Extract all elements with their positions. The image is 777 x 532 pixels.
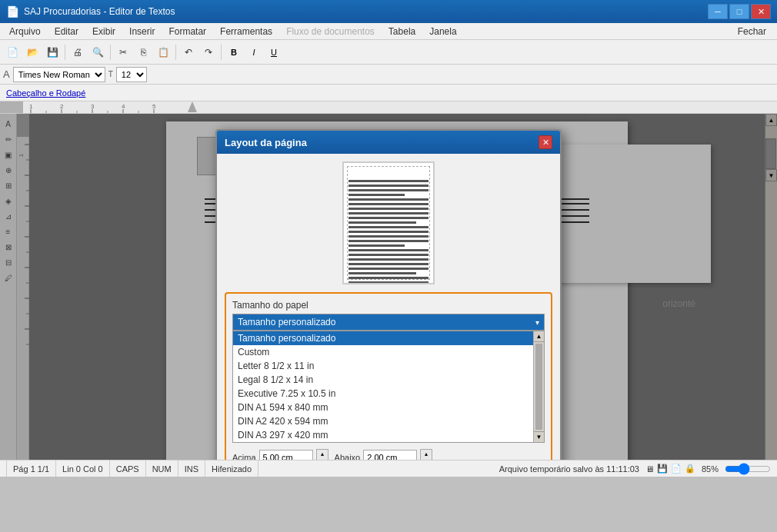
toolbar-sep-4	[221, 45, 222, 60]
menu-janela[interactable]: Janela	[423, 25, 462, 38]
modal-overlay: Layout da página ✕	[0, 114, 777, 460]
chevron-down-icon: ▾	[535, 318, 539, 327]
paper-size-label: Tamanho do papel	[232, 300, 545, 311]
svg-text:4: 4	[122, 103, 125, 110]
dropdown-item-5[interactable]: DIN A1 594 x 840 mm	[233, 401, 544, 414]
main-area: A ✏ ▣ ⊕ ⊞ ◈ ⊿ ≡ ⊠ ⊟ 🖊 1	[0, 114, 777, 460]
toolbar-sep-2	[110, 45, 111, 60]
header-bar: Cabeçalho e Rodapé	[0, 85, 777, 101]
font-size-select[interactable]: 12	[116, 67, 147, 82]
dropdown-scrollbar: ▲ ▼	[533, 331, 544, 442]
caps-status: CAPS	[110, 461, 146, 477]
acima-spin-up[interactable]: ▴	[317, 450, 328, 457]
svg-text:1: 1	[29, 103, 33, 110]
cut-button[interactable]: ✂	[114, 43, 132, 62]
acima-group: Acima ▴ ▾	[232, 449, 328, 460]
dropdown-selected-text: Tamanho personalizado	[238, 317, 335, 328]
menu-tabela[interactable]: Tabela	[382, 25, 422, 38]
cabecalho-rodape-link[interactable]: Cabeçalho e Rodapé	[6, 88, 85, 98]
underline-button[interactable]: U	[265, 43, 283, 62]
dropdown-item-3[interactable]: Legal 8 1/2 x 14 in	[233, 373, 544, 387]
dropdown-item-1[interactable]: Custom	[233, 345, 544, 359]
minimize-button[interactable]: ─	[708, 4, 728, 19]
status-bar: Pág 1 1/1 Lin 0 Col 0 CAPS NUM INS Hifen…	[0, 460, 777, 477]
font-icon: A	[3, 68, 10, 80]
dropdown-scroll-down[interactable]: ▼	[534, 431, 544, 442]
abaixo-spin-down[interactable]: ▾	[421, 457, 432, 460]
measurements-row-1: Acima ▴ ▾ Abaixo	[232, 449, 545, 460]
menu-bar: Arquivo Editar Exibir Inserir Formatar F…	[0, 23, 777, 40]
lin-col-status: Lin 0 Col 0	[56, 461, 110, 477]
abaixo-label: Abaixo	[335, 453, 361, 460]
dropdown-scroll-up[interactable]: ▲	[534, 331, 544, 342]
menu-formatar[interactable]: Formatar	[162, 25, 212, 38]
acima-spin-down[interactable]: ▾	[317, 457, 328, 460]
dialog-layout: Layout da página ✕	[215, 129, 562, 460]
preview-border	[347, 166, 430, 280]
menu-arquivo[interactable]: Arquivo	[3, 25, 47, 38]
zoom-slider[interactable]	[725, 464, 771, 474]
preview-button[interactable]: 🔍	[88, 43, 107, 62]
hifenizado-status: Hifenizado	[205, 461, 258, 477]
redo-button[interactable]: ↷	[199, 43, 218, 62]
ruler-content: 1 2 3 4 5	[0, 101, 777, 113]
svg-text:3: 3	[91, 103, 95, 110]
acima-label: Acima	[232, 453, 256, 460]
status-icon-3: 📄	[671, 464, 682, 474]
ins-status: INS	[178, 461, 205, 477]
svg-marker-15	[188, 101, 197, 112]
ruler: 1 2 3 4 5	[0, 101, 777, 114]
title-bar: 📄 SAJ Procuradorias - Editor de Textos ─…	[0, 0, 777, 23]
maximize-button[interactable]: □	[729, 4, 749, 19]
svg-text:5: 5	[152, 103, 156, 110]
status-right: Arquivo temporário salvo às 11:11:03 🖥 💾…	[499, 464, 771, 474]
menu-exibir[interactable]: Exibir	[86, 25, 122, 38]
close-button[interactable]: ✕	[751, 4, 771, 19]
paper-size-dropdown[interactable]: Tamanho personalizado ▾ Tamanho personal…	[232, 314, 545, 460]
copy-button[interactable]: ⎘	[134, 43, 152, 62]
num-status: NUM	[146, 461, 178, 477]
menu-inserir[interactable]: Inserir	[123, 25, 161, 38]
status-icon-1: 🖥	[645, 464, 654, 474]
abaixo-spin-up[interactable]: ▴	[421, 450, 432, 457]
dropdown-item-0[interactable]: Tamanho personalizado	[233, 331, 544, 345]
dropdown-selected[interactable]: Tamanho personalizado ▾	[232, 314, 545, 331]
paste-button[interactable]: 📋	[154, 43, 172, 62]
dropdown-item-7[interactable]: DIN A3 297 x 420 mm	[233, 428, 544, 442]
abaixo-group: Abaixo ▴ ▾	[335, 449, 433, 460]
toolbar-sep-1	[65, 45, 65, 60]
dropdown-scroll-thumb	[535, 344, 542, 430]
print-button[interactable]: 🖨	[68, 43, 87, 62]
new-button[interactable]: 📄	[3, 43, 22, 62]
arquivo-temp-status: Arquivo temporário salvo às 11:11:03	[499, 464, 639, 474]
italic-button[interactable]: I	[245, 43, 263, 62]
menu-editar[interactable]: Editar	[48, 25, 85, 38]
open-button[interactable]: 📂	[23, 43, 42, 62]
font-name-select[interactable]: Times New Roman	[13, 67, 105, 82]
app-icon: 📄	[6, 5, 19, 18]
undo-button[interactable]: ↶	[179, 43, 198, 62]
font-size-icon: T	[108, 70, 113, 78]
bold-button[interactable]: B	[225, 43, 243, 62]
dropdown-item-6[interactable]: DIN A2 420 x 594 mm	[233, 414, 544, 428]
status-icons: 🖥 💾 📄 🔒	[645, 464, 695, 474]
dialog-close-button[interactable]: ✕	[539, 135, 552, 149]
save-button[interactable]: 💾	[43, 43, 62, 62]
menu-ferramentas[interactable]: Ferramentas	[214, 25, 278, 38]
dropdown-item-2[interactable]: Letter 8 1/2 x 11 in	[233, 359, 544, 373]
paper-size-section: Tamanho do papel Tamanho personalizado ▾…	[225, 292, 552, 460]
dropdown-item-4[interactable]: Executive 7.25 x 10.5 in	[233, 387, 544, 401]
menu-fluxo[interactable]: Fluxo de documentos	[280, 25, 381, 38]
dropdown-list: Tamanho personalizado Custom Letter 8 1/…	[232, 331, 545, 443]
fechar-button[interactable]: Fechar	[730, 25, 774, 38]
svg-rect-0	[0, 101, 23, 114]
font-bar: A Times New Roman T 12	[0, 65, 777, 85]
toolbar-sep-3	[175, 45, 176, 60]
zoom-level: 85%	[702, 464, 719, 474]
svg-text:2: 2	[60, 103, 64, 110]
acima-input[interactable]	[259, 450, 313, 460]
window-title: SAJ Procuradorias - Editor de Textos	[24, 6, 175, 17]
dialog-title-bar: Layout da página ✕	[217, 131, 560, 154]
page-preview	[342, 161, 435, 284]
abaixo-input[interactable]	[363, 450, 417, 460]
